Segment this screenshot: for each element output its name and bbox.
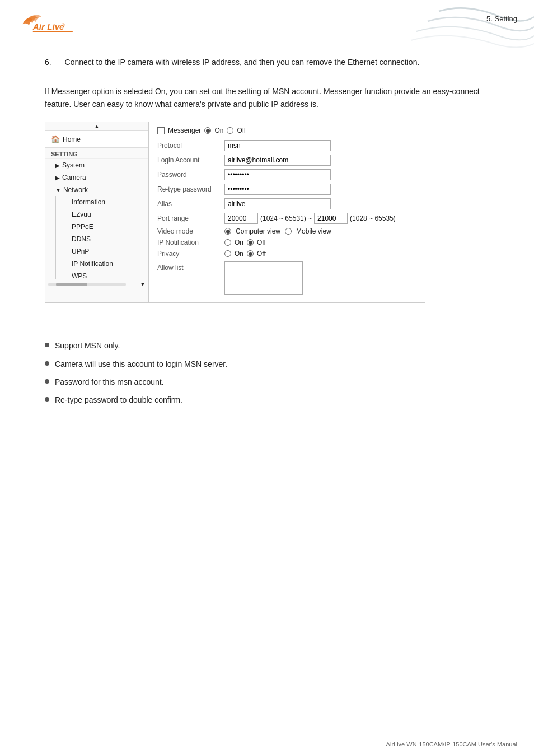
sidebar-item-information[interactable]: Information bbox=[56, 196, 148, 208]
messenger-checkbox[interactable] bbox=[157, 127, 165, 134]
wave-decoration bbox=[411, 0, 534, 50]
protocol-input[interactable] bbox=[224, 140, 331, 151]
scrollbar-thumb[interactable] bbox=[56, 283, 87, 286]
privacy-on-radio[interactable] bbox=[224, 250, 231, 257]
svg-text:®: ® bbox=[62, 22, 65, 27]
port-range-row: Port range (1024 ~ 65531) ~ (1028 ~ 6553… bbox=[157, 213, 416, 224]
bullet-dot-4 bbox=[45, 397, 49, 402]
bullet-item-2: Camera will use this account to login MS… bbox=[45, 358, 506, 370]
scroll-up-btn[interactable]: ▲ bbox=[45, 122, 148, 131]
messenger-off-radio[interactable] bbox=[227, 127, 233, 134]
sidebar-bottom-bar: ▼ bbox=[45, 279, 148, 289]
arrow-icon-network: ▼ bbox=[55, 187, 61, 193]
sidebar-item-pppoe[interactable]: PPPoE bbox=[56, 221, 148, 233]
sidebar-item-upnp[interactable]: UPnP bbox=[56, 245, 148, 258]
sidebar-item-ddns[interactable]: DDNS bbox=[56, 233, 148, 245]
intro-paragraph: If Messenger option is selected On, you … bbox=[45, 85, 506, 110]
alias-row: Alias bbox=[157, 198, 416, 209]
video-mode-options: Computer view Mobile view bbox=[224, 227, 331, 235]
form-panel: Messenger On Off Protocol Login Account bbox=[149, 122, 425, 302]
bullet-item-1: Support MSN only. bbox=[45, 339, 506, 352]
arrow-icon-camera: ▶ bbox=[55, 175, 60, 181]
privacy-options: On Off bbox=[224, 250, 266, 258]
password-row: Password bbox=[157, 169, 416, 180]
alias-input[interactable] bbox=[224, 198, 331, 209]
retype-password-row: Re-type password bbox=[157, 184, 416, 195]
sidebar-item-ezvuu[interactable]: EZvuu bbox=[56, 208, 148, 221]
retype-password-input[interactable] bbox=[224, 184, 331, 195]
privacy-row: Privacy On Off bbox=[157, 250, 416, 258]
sidebar-item-network[interactable]: ▼ Network bbox=[45, 184, 148, 196]
allow-list-row: Allow list bbox=[157, 261, 416, 295]
video-mobile-radio[interactable] bbox=[285, 228, 292, 235]
home-icon: 🏠 bbox=[51, 135, 60, 143]
login-account-input[interactable] bbox=[224, 155, 331, 166]
password-input[interactable] bbox=[224, 169, 331, 180]
airlive-logo: Air Live ® bbox=[17, 10, 78, 39]
sidebar-item-ip-notification[interactable]: IP Notification bbox=[56, 258, 148, 270]
scroll-down-btn[interactable]: ▼ bbox=[140, 281, 146, 287]
bullet-dot-1 bbox=[45, 343, 49, 347]
settings-panel: ▲ 🏠 Home SETTING ▶ System ▶ bbox=[45, 122, 425, 303]
network-subitems: Information EZvuu PPPoE DDNS UPnP bbox=[55, 196, 148, 279]
sidebar-item-camera[interactable]: ▶ Camera bbox=[45, 171, 148, 184]
main-content: 6. Connect to the IP camera with wireles… bbox=[0, 39, 534, 325]
sidebar-item-home[interactable]: 🏠 Home bbox=[45, 131, 148, 148]
ip-notification-options: On Off bbox=[224, 239, 266, 246]
sidebar: ▲ 🏠 Home SETTING ▶ System ▶ bbox=[45, 122, 149, 302]
ip-notif-on-radio[interactable] bbox=[224, 239, 231, 246]
bullet-item-4: Re-type password to double confirm. bbox=[45, 394, 506, 406]
svg-text:Air Live: Air Live bbox=[32, 22, 64, 31]
page-ref: 5. Setting bbox=[486, 15, 517, 23]
video-computer-radio[interactable] bbox=[224, 228, 231, 235]
sidebar-item-system[interactable]: ▶ System bbox=[45, 159, 148, 171]
ip-notification-row: IP Notification On Off bbox=[157, 239, 416, 246]
port-range-start[interactable] bbox=[224, 213, 258, 224]
port-range-inputs: (1024 ~ 65531) ~ (1028 ~ 65535) bbox=[224, 213, 396, 224]
sidebar-item-wps[interactable]: WPS bbox=[56, 270, 148, 279]
ip-notif-off-radio[interactable] bbox=[247, 239, 254, 246]
messenger-on-radio[interactable] bbox=[204, 127, 211, 134]
logo-area: Air Live ® bbox=[17, 10, 78, 39]
setting-section-label: SETTING bbox=[45, 148, 148, 159]
video-mode-row: Video mode Computer view Mobile view bbox=[157, 227, 416, 235]
bullet-dot-2 bbox=[45, 361, 49, 366]
footer: AirLive WN-150CAM/IP-150CAM User's Manua… bbox=[386, 741, 517, 748]
bullet-dot-3 bbox=[45, 379, 49, 384]
bullet-item-3: Password for this msn account. bbox=[45, 376, 506, 388]
step-6: 6. Connect to the IP camera with wireles… bbox=[45, 56, 506, 68]
bullet-section: Support MSN only. Camera will use this a… bbox=[0, 339, 534, 407]
allow-list-box[interactable] bbox=[224, 261, 303, 295]
scrollbar-track bbox=[48, 283, 126, 286]
protocol-row: Protocol bbox=[157, 140, 416, 151]
login-account-row: Login Account bbox=[157, 155, 416, 166]
privacy-off-radio[interactable] bbox=[247, 250, 254, 257]
arrow-icon-system: ▶ bbox=[55, 162, 60, 169]
messenger-header-row: Messenger On Off bbox=[157, 127, 416, 134]
port-range-end[interactable] bbox=[314, 213, 348, 224]
